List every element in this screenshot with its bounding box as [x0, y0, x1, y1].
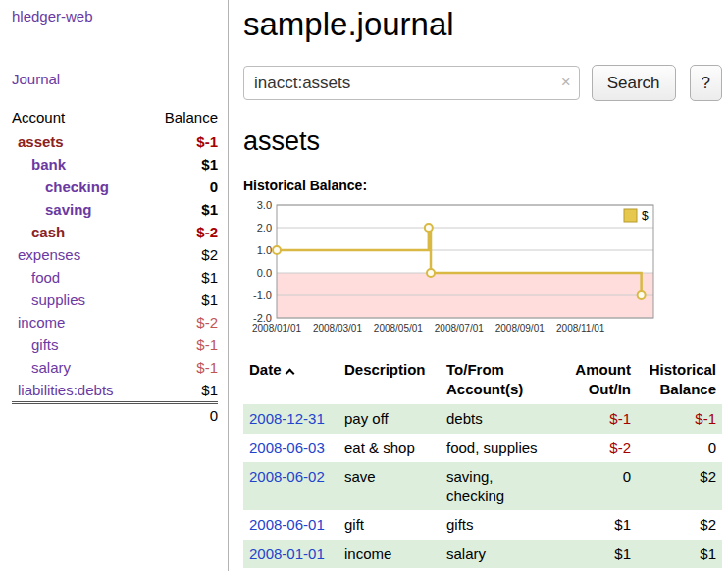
- account-row: food$1: [12, 266, 218, 288]
- balance-column-header: Balance: [147, 109, 218, 130]
- svg-text:-1.0: -1.0: [253, 289, 272, 301]
- balance-cell: 0: [637, 434, 722, 463]
- legend-swatch: [624, 209, 637, 222]
- account-balance: $-2: [147, 221, 218, 243]
- description-cell: pay off: [338, 404, 441, 434]
- svg-text:2008/09/01: 2008/09/01: [495, 323, 545, 334]
- amount-cell: 0: [560, 462, 637, 510]
- balance-cell: $2: [637, 510, 722, 540]
- account-link[interactable]: saving: [45, 201, 92, 218]
- legend-label: $: [642, 209, 649, 223]
- clear-search-icon[interactable]: ×: [561, 73, 571, 92]
- account-column-header-register: To/From Account(s): [441, 358, 560, 404]
- account-link[interactable]: food: [31, 269, 60, 286]
- account-cell: salary: [441, 540, 560, 569]
- account-row: supplies$1: [12, 288, 218, 311]
- account-row: assets$-1: [12, 130, 218, 154]
- account-link[interactable]: assets: [18, 133, 64, 150]
- account-row: expenses$2: [12, 243, 218, 266]
- data-point-marker: [638, 291, 646, 299]
- register-table: Date Description To/From Account(s) Amou…: [243, 358, 722, 568]
- account-link[interactable]: bank: [31, 156, 66, 173]
- balance-cell: $1: [637, 540, 722, 569]
- sidebar-item-journal[interactable]: Journal: [12, 71, 218, 87]
- account-row: gifts$-1: [12, 334, 218, 356]
- account-cell: debts: [441, 404, 560, 434]
- account-balance: $-1: [147, 356, 218, 379]
- balance-cell: $-1: [637, 404, 722, 434]
- data-point-marker: [425, 224, 433, 232]
- description-column-header: Description: [338, 358, 441, 404]
- account-column-header: Account: [12, 109, 147, 130]
- main-content: sample.journal × Search ? assets Histori…: [243, 0, 722, 568]
- account-balance: $1: [147, 266, 218, 288]
- account-balance: $-2: [147, 311, 218, 334]
- account-balance: $2: [147, 243, 218, 266]
- svg-text:2008/11/01: 2008/11/01: [556, 323, 605, 334]
- account-row: income$-2: [12, 311, 218, 334]
- description-cell: income: [338, 540, 441, 569]
- svg-text:2.0: 2.0: [257, 222, 272, 234]
- data-point-marker: [273, 246, 281, 254]
- accounts-total-value: 0: [147, 403, 218, 428]
- account-link[interactable]: income: [18, 314, 65, 331]
- account-row: bank$1: [12, 153, 218, 176]
- account-cell: food, supplies: [441, 434, 560, 463]
- date-link[interactable]: 2008-06-03: [249, 440, 325, 456]
- svg-text:1.0: 1.0: [257, 244, 272, 256]
- date-link[interactable]: 2008-06-02: [249, 468, 325, 485]
- account-balance: $1: [147, 288, 218, 311]
- account-balance: 0: [147, 176, 218, 198]
- svg-text:0.0: 0.0: [257, 267, 272, 279]
- account-balance: $-1: [147, 334, 218, 356]
- description-cell: gift: [338, 510, 441, 540]
- register-row: 2008-01-01incomesalary$1$1: [243, 540, 722, 569]
- chart-title: Historical Balance:: [243, 178, 722, 193]
- svg-text:2008/03/01: 2008/03/01: [313, 323, 362, 334]
- account-link[interactable]: gifts: [31, 337, 59, 353]
- amount-cell: $-1: [560, 404, 637, 434]
- description-cell: save: [338, 462, 441, 510]
- account-link[interactable]: supplies: [31, 291, 85, 308]
- account-link[interactable]: liabilities:debts: [18, 382, 114, 398]
- amount-cell: $1: [560, 510, 637, 540]
- register-row: 2008-06-02savesaving, checking0$2: [243, 462, 722, 510]
- account-link[interactable]: cash: [31, 224, 65, 240]
- svg-text:-2.0: -2.0: [253, 312, 272, 324]
- historical-balance-column-header: Historical Balance: [637, 358, 722, 404]
- sort-ascending-icon: [285, 369, 294, 379]
- register-row: 2008-12-31pay offdebts$-1$-1: [243, 404, 722, 434]
- account-link[interactable]: salary: [31, 359, 71, 376]
- account-row: saving$1: [12, 198, 218, 221]
- app-title-link[interactable]: hledger-web: [12, 8, 93, 25]
- account-link[interactable]: checking: [45, 179, 109, 195]
- register-row: 2008-06-01giftgifts$1$2: [243, 510, 722, 540]
- date-link[interactable]: 2008-01-01: [249, 545, 325, 562]
- svg-text:2008/07/01: 2008/07/01: [435, 323, 484, 334]
- svg-text:3.0: 3.0: [257, 199, 272, 211]
- accounts-table: Account Balance assets$-1bank$1checking0…: [12, 109, 218, 427]
- account-cell: gifts: [441, 510, 560, 540]
- accounts-total-row: 0: [12, 403, 218, 428]
- account-link[interactable]: expenses: [18, 246, 80, 263]
- description-cell: eat & shop: [338, 434, 441, 463]
- search-button[interactable]: Search: [592, 65, 676, 101]
- account-balance: $-1: [147, 130, 218, 154]
- amount-column-header: Amount Out/In: [560, 358, 637, 404]
- account-heading: assets: [243, 127, 722, 157]
- help-button[interactable]: ?: [690, 65, 722, 101]
- date-link[interactable]: 2008-12-31: [249, 410, 325, 427]
- account-row: salary$-1: [12, 356, 218, 379]
- balance-cell: $2: [637, 462, 722, 510]
- historical-balance-chart: 3.02.01.00.0-1.0-2.02008/01/012008/03/01…: [243, 197, 667, 342]
- account-row: cash$-2: [12, 221, 218, 243]
- search-bar: × Search ?: [243, 65, 722, 101]
- register-header-row: Date Description To/From Account(s) Amou…: [243, 358, 722, 404]
- search-input[interactable]: [243, 66, 580, 100]
- date-column-header[interactable]: Date: [243, 358, 338, 404]
- account-row: checking0: [12, 176, 218, 198]
- account-balance: $1: [147, 379, 218, 403]
- date-link[interactable]: 2008-06-01: [249, 516, 325, 533]
- register-row: 2008-06-03eat & shopfood, supplies$-20: [243, 434, 722, 463]
- data-point-marker: [427, 269, 435, 277]
